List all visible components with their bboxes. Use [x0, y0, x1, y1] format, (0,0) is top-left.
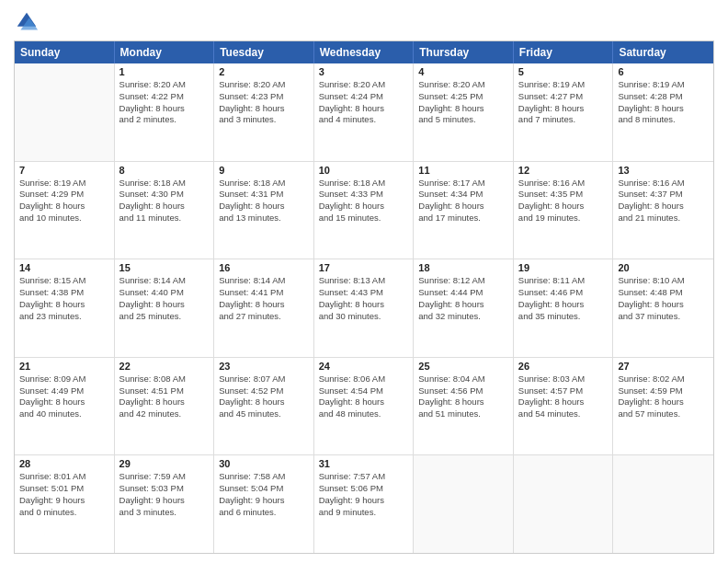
- cell-line: Sunrise: 8:09 AM: [19, 373, 109, 385]
- cal-cell: 9Sunrise: 8:18 AMSunset: 4:31 PMDaylight…: [214, 162, 314, 259]
- day-number: 21: [19, 361, 109, 372]
- cell-line: and 7 minutes.: [518, 114, 609, 126]
- cell-line: Daylight: 9 hours: [19, 495, 109, 507]
- cell-line: Sunset: 4:22 PM: [119, 91, 210, 103]
- day-number: 29: [119, 458, 210, 469]
- cell-line: Sunset: 4:41 PM: [219, 287, 309, 299]
- cell-line: Sunset: 4:29 PM: [19, 189, 109, 201]
- cell-line: Sunrise: 8:15 AM: [19, 275, 109, 287]
- day-number: 26: [518, 361, 609, 372]
- cell-line: Daylight: 8 hours: [319, 103, 409, 115]
- cal-cell: 23Sunrise: 8:07 AMSunset: 4:52 PMDayligh…: [214, 358, 314, 455]
- cell-line: and 23 minutes.: [19, 311, 109, 323]
- cell-line: Sunset: 4:30 PM: [119, 189, 210, 201]
- cal-cell: 25Sunrise: 8:04 AMSunset: 4:56 PMDayligh…: [414, 358, 514, 455]
- day-number: 15: [119, 262, 210, 273]
- page: SundayMondayTuesdayWednesdayThursdayFrid…: [0, 0, 728, 563]
- cal-cell: 16Sunrise: 8:14 AMSunset: 4:41 PMDayligh…: [214, 259, 314, 357]
- cell-line: Daylight: 8 hours: [119, 201, 210, 213]
- cell-line: Sunset: 4:46 PM: [518, 287, 609, 299]
- cell-line: Sunrise: 8:20 AM: [219, 79, 309, 91]
- cell-line: Sunrise: 7:58 AM: [219, 471, 309, 483]
- cell-line: Sunrise: 8:10 AM: [618, 275, 709, 287]
- week-row-0: 1Sunrise: 8:20 AMSunset: 4:22 PMDaylight…: [15, 63, 713, 162]
- day-number: 13: [618, 165, 709, 176]
- cell-line: and 17 minutes.: [418, 213, 508, 224]
- cell-line: and 48 minutes.: [319, 408, 409, 420]
- cell-line: Sunset: 4:25 PM: [418, 91, 508, 103]
- cell-line: and 30 minutes.: [319, 311, 409, 323]
- cell-line: Daylight: 8 hours: [19, 396, 109, 408]
- cal-cell: 18Sunrise: 8:12 AMSunset: 4:44 PMDayligh…: [414, 259, 514, 357]
- cell-line: Sunset: 4:48 PM: [618, 287, 709, 299]
- day-number: 6: [618, 66, 709, 77]
- day-number: 30: [219, 458, 309, 469]
- day-header-thursday: Thursday: [414, 41, 514, 63]
- day-number: 25: [418, 361, 508, 372]
- cal-cell: 31Sunrise: 7:57 AMSunset: 5:06 PMDayligh…: [314, 455, 415, 553]
- day-header-sunday: Sunday: [15, 41, 115, 63]
- cell-line: Daylight: 8 hours: [319, 396, 409, 408]
- cell-line: and 8 minutes.: [618, 114, 709, 126]
- cell-line: Sunrise: 8:19 AM: [618, 79, 709, 91]
- cell-line: Sunrise: 8:01 AM: [19, 471, 109, 483]
- cell-line: Daylight: 8 hours: [618, 201, 709, 213]
- day-number: 23: [219, 361, 309, 372]
- cell-line: Sunset: 4:51 PM: [119, 385, 210, 397]
- day-number: 31: [319, 458, 409, 469]
- cell-line: Daylight: 8 hours: [518, 201, 609, 213]
- cell-line: and 54 minutes.: [518, 408, 609, 420]
- cal-cell: 21Sunrise: 8:09 AMSunset: 4:49 PMDayligh…: [15, 358, 115, 455]
- cell-line: Sunrise: 8:06 AM: [319, 373, 409, 385]
- cal-cell: 1Sunrise: 8:20 AMSunset: 4:22 PMDaylight…: [115, 63, 215, 161]
- day-number: 8: [119, 165, 210, 176]
- cal-cell: 20Sunrise: 8:10 AMSunset: 4:48 PMDayligh…: [613, 259, 713, 357]
- cell-line: Daylight: 8 hours: [418, 201, 508, 213]
- cell-line: Daylight: 8 hours: [618, 396, 709, 408]
- day-number: 11: [418, 165, 508, 176]
- day-number: 16: [219, 262, 309, 273]
- cell-line: Sunset: 4:35 PM: [518, 189, 609, 201]
- day-number: 14: [19, 262, 109, 273]
- cal-cell: 29Sunrise: 7:59 AMSunset: 5:03 PMDayligh…: [115, 455, 215, 553]
- cell-line: Sunrise: 8:20 AM: [418, 79, 508, 91]
- cal-cell: 12Sunrise: 8:16 AMSunset: 4:35 PMDayligh…: [514, 162, 614, 259]
- cell-line: and 9 minutes.: [319, 507, 409, 519]
- cell-line: Daylight: 8 hours: [119, 103, 210, 115]
- cal-cell: 8Sunrise: 8:18 AMSunset: 4:30 PMDaylight…: [115, 162, 215, 259]
- cell-line: Sunset: 4:37 PM: [618, 189, 709, 201]
- day-number: 9: [219, 165, 309, 176]
- cell-line: Daylight: 9 hours: [219, 495, 309, 507]
- cell-line: Sunrise: 8:08 AM: [119, 373, 210, 385]
- cell-line: Sunset: 4:54 PM: [319, 385, 409, 397]
- cell-line: Daylight: 8 hours: [418, 396, 508, 408]
- cell-line: Daylight: 8 hours: [119, 299, 210, 311]
- cell-line: Sunset: 4:24 PM: [319, 91, 409, 103]
- day-header-saturday: Saturday: [613, 41, 713, 63]
- cell-line: and 32 minutes.: [418, 311, 508, 323]
- cell-line: Sunset: 4:57 PM: [518, 385, 609, 397]
- cell-line: Sunrise: 8:19 AM: [19, 178, 109, 190]
- cal-cell: 10Sunrise: 8:18 AMSunset: 4:33 PMDayligh…: [314, 162, 415, 259]
- week-row-2: 14Sunrise: 8:15 AMSunset: 4:38 PMDayligh…: [15, 259, 713, 358]
- day-header-friday: Friday: [514, 41, 614, 63]
- cell-line: Daylight: 8 hours: [418, 299, 508, 311]
- cell-line: and 57 minutes.: [618, 408, 709, 420]
- day-header-tuesday: Tuesday: [214, 41, 314, 63]
- cell-line: and 2 minutes.: [119, 114, 210, 126]
- day-number: 7: [19, 165, 109, 176]
- day-header-monday: Monday: [115, 41, 215, 63]
- cell-line: Sunrise: 8:14 AM: [119, 275, 210, 287]
- cell-line: Sunset: 4:27 PM: [518, 91, 609, 103]
- cell-line: Daylight: 8 hours: [618, 299, 709, 311]
- cell-line: Daylight: 8 hours: [119, 396, 210, 408]
- week-row-3: 21Sunrise: 8:09 AMSunset: 4:49 PMDayligh…: [15, 358, 713, 456]
- cell-line: Daylight: 8 hours: [19, 299, 109, 311]
- day-number: 1: [119, 66, 210, 77]
- cal-cell: 27Sunrise: 8:02 AMSunset: 4:59 PMDayligh…: [613, 358, 713, 455]
- day-number: 2: [219, 66, 309, 77]
- cell-line: Sunset: 4:23 PM: [219, 91, 309, 103]
- day-number: 24: [319, 361, 409, 372]
- cal-cell: 3Sunrise: 8:20 AMSunset: 4:24 PMDaylight…: [314, 63, 415, 161]
- cell-line: Sunset: 5:06 PM: [319, 483, 409, 495]
